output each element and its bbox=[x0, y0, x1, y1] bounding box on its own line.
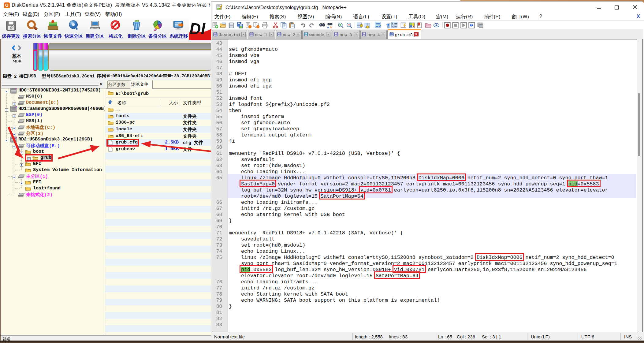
svg-text:b: b bbox=[330, 26, 332, 28]
svg-text:DI: DI bbox=[189, 20, 206, 38]
svg-text:a: a bbox=[327, 26, 329, 28]
svg-text:¶: ¶ bbox=[388, 23, 391, 29]
